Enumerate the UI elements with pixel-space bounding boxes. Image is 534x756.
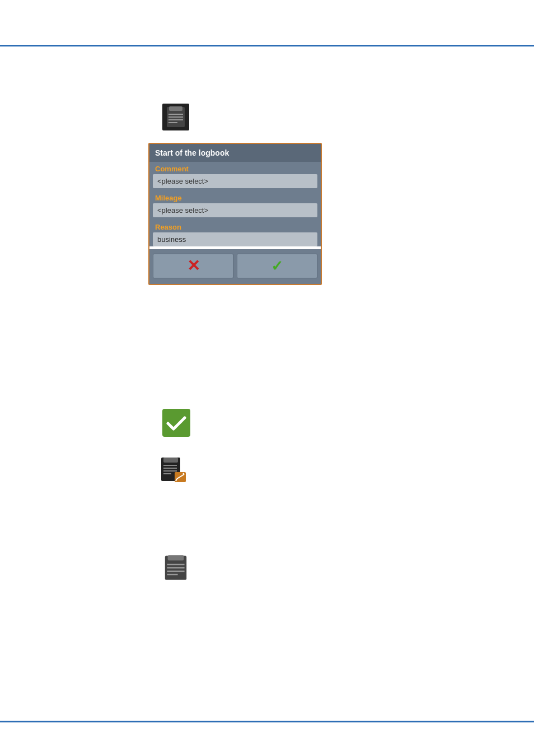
x-icon: ✕: [187, 258, 200, 274]
logbook-dialog: Start of the logbook Comment <please sel…: [148, 143, 322, 285]
top-border-line: [0, 45, 534, 46]
svg-rect-22: [167, 574, 177, 575]
svg-rect-2: [168, 114, 183, 115]
comment-input[interactable]: <please select>: [153, 174, 317, 188]
green-check-button[interactable]: [162, 409, 190, 439]
svg-rect-1: [169, 106, 182, 111]
device-svg-1: [166, 106, 186, 128]
svg-rect-5: [168, 122, 177, 123]
svg-rect-8: [163, 458, 178, 463]
reason-label: Reason: [149, 220, 321, 232]
mileage-input[interactable]: <please select>: [153, 203, 317, 217]
logbook-edit-svg: [160, 456, 188, 484]
dialog-footer: ✕ ✓: [149, 249, 321, 284]
cancel-button[interactable]: ✕: [153, 254, 233, 278]
green-check-svg: [162, 409, 190, 437]
svg-rect-18: [168, 555, 184, 561]
confirm-button[interactable]: ✓: [237, 254, 317, 278]
logbook-svg-3: [162, 554, 189, 581]
bottom-border-line: [0, 721, 534, 722]
svg-rect-20: [167, 567, 184, 568]
svg-rect-11: [163, 470, 177, 472]
svg-rect-4: [168, 119, 183, 120]
svg-rect-10: [163, 468, 177, 469]
comment-label: Comment: [149, 162, 321, 174]
logbook-icon-2[interactable]: [160, 456, 188, 487]
svg-line-16: [183, 473, 184, 474]
svg-rect-9: [163, 465, 177, 466]
logbook-icon-3[interactable]: [162, 554, 189, 584]
mileage-label: Mileage: [149, 191, 321, 203]
svg-rect-21: [167, 571, 184, 572]
svg-rect-19: [167, 564, 184, 565]
checkmark-icon: ✓: [271, 259, 283, 273]
dialog-body: Comment <please select> Mileage <please …: [149, 162, 321, 246]
reason-input[interactable]: business: [153, 232, 317, 246]
svg-rect-6: [162, 409, 190, 437]
dialog-title: Start of the logbook: [149, 144, 321, 162]
logbook-icon-1[interactable]: [162, 104, 189, 130]
svg-rect-3: [168, 116, 183, 118]
svg-rect-12: [163, 473, 171, 474]
